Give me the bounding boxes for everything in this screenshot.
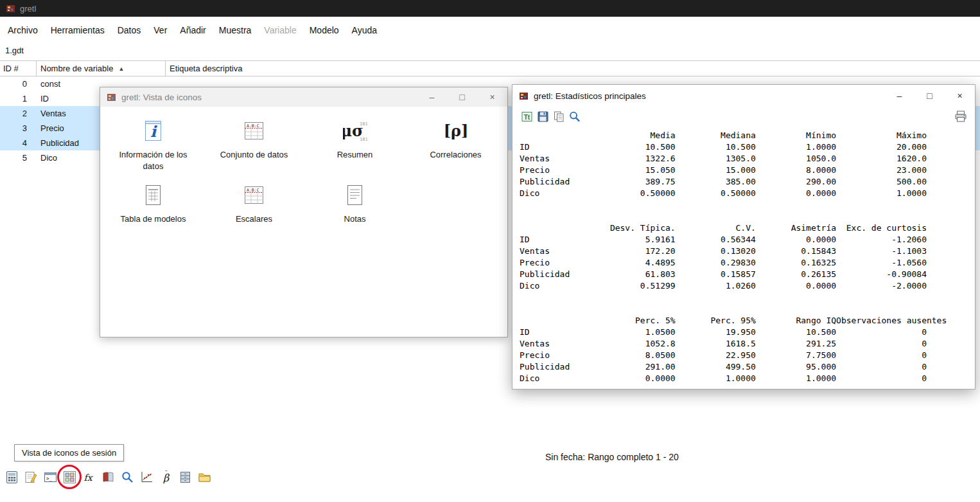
column-header-id[interactable]: ID #: [0, 61, 37, 76]
var-id: 3: [0, 123, 37, 133]
notes-icon: [346, 180, 363, 210]
info-icon: i: [144, 116, 162, 145]
session-icon-escalares[interactable]: A:B:CEscalares: [204, 177, 304, 242]
svg-text:1011: 1011: [360, 137, 367, 141]
copy-icon[interactable]: [552, 110, 565, 123]
svg-text:fx: fx: [83, 472, 93, 482]
annotation-red-circle: [57, 465, 82, 489]
search-database-icon[interactable]: [120, 470, 134, 484]
gretl-icon: [107, 93, 116, 102]
sort-ascending-icon: ▲: [118, 66, 124, 72]
icon-window-titlebar[interactable]: gretl: Vista de iconos – □ ×: [100, 87, 507, 107]
session-icon-tabla-de-modelos[interactable]: Tabla de modelos: [103, 177, 204, 242]
databases-icon[interactable]: [178, 470, 192, 484]
stats-output[interactable]: Media Mediana Mínimo Máximo ID 10.500 10…: [512, 126, 975, 384]
new-script-icon[interactable]: [24, 470, 38, 484]
column-header-label[interactable]: Etiqueta descriptiva: [166, 61, 980, 76]
svg-text:A:B:C: A:B:C: [247, 123, 259, 128]
screen: gretl ArchivoHerramientasDatosVerAñadirM…: [0, 0, 980, 502]
gretl-icon: [519, 91, 529, 101]
main-titlebar[interactable]: gretl: [0, 0, 980, 17]
session-view-tooltip: Vista de iconos de sesión: [14, 444, 124, 462]
session-icon-label: Escalares: [236, 213, 272, 225]
session-icon-notas[interactable]: Notas: [304, 177, 405, 242]
var-id: 5: [0, 153, 37, 163]
session-icon-correlaciones[interactable]: [ρ]Correlaciones: [405, 113, 506, 177]
model-beta-icon[interactable]: βˆ: [159, 470, 173, 484]
column-header-name-text: Nombre de variable: [40, 64, 113, 73]
menu-anadir[interactable]: Añadir: [173, 22, 212, 39]
console-icon[interactable]: >_: [43, 470, 57, 484]
session-icon-label: Resumen: [337, 149, 373, 161]
session-icon-conjunto-de-datos[interactable]: A:B:CConjunto de datos: [204, 113, 304, 177]
reference-book-icon[interactable]: [101, 470, 115, 484]
session-icon-label: Notas: [344, 213, 366, 225]
scatter-plot-icon[interactable]: [139, 470, 153, 484]
stats-window-controls: – □ ×: [884, 85, 975, 107]
svg-text:[ρ]: [ρ]: [444, 121, 468, 140]
close-button[interactable]: ×: [945, 85, 975, 107]
open-data-icon[interactable]: [197, 470, 211, 484]
save-icon[interactable]: [536, 110, 549, 123]
menu-modelo[interactable]: Modelo: [303, 22, 346, 39]
stats-toolbar: Tt: [512, 107, 975, 126]
print-icon[interactable]: [954, 110, 967, 123]
gretl-app-icon: [6, 4, 15, 13]
var-id: 4: [0, 138, 37, 148]
close-button[interactable]: ×: [477, 87, 507, 107]
modeltable-icon: [144, 180, 162, 210]
var-id: 1: [0, 94, 37, 103]
svg-text:>_: >_: [46, 475, 53, 481]
var-id: 0: [0, 79, 37, 89]
session-icon-label: Conjunto de datos: [220, 149, 288, 161]
stats-toolbar-right: [954, 110, 967, 123]
menu-datos[interactable]: Datos: [111, 22, 148, 39]
maximize-button[interactable]: □: [914, 85, 945, 107]
dataset-file-label: 1.gdt: [5, 46, 24, 55]
session-icon-grid: iInformación de los datosA:B:CConjunto d…: [100, 107, 507, 242]
menu-bar: ArchivoHerramientasDatosVerAñadirMuestra…: [1, 22, 383, 39]
minimize-button[interactable]: –: [417, 87, 447, 107]
scalars-icon: A:B:C: [244, 180, 264, 210]
maximize-button[interactable]: □: [447, 87, 477, 107]
menu-variable: Variable: [258, 22, 302, 39]
summary-icon: μσ10111011: [343, 116, 367, 145]
menu-ayuda[interactable]: Ayuda: [346, 22, 383, 39]
session-icon-label: Correlaciones: [430, 149, 481, 161]
session-icon-label: Información de los datos: [118, 149, 189, 172]
find-icon[interactable]: [568, 110, 581, 123]
menu-ver[interactable]: Ver: [147, 22, 173, 39]
svg-text:A:B:C: A:B:C: [247, 187, 259, 192]
status-text: Sin fecha: Rango completo 1 - 20: [545, 452, 679, 462]
menu-muestra[interactable]: Muestra: [213, 22, 258, 39]
variable-table-header: ID # Nombre de variable ▲ Etiqueta descr…: [0, 60, 980, 76]
session-icon-resumen[interactable]: μσ10111011Resumen: [304, 113, 405, 177]
stats-window-titlebar[interactable]: gretl: Estadísticos principales – □ ×: [512, 85, 975, 107]
svg-text:1011: 1011: [360, 121, 367, 127]
session-icon-label: Tabla de modelos: [121, 213, 186, 225]
minimize-button[interactable]: –: [884, 85, 914, 107]
stats-window-title: gretl: Estadísticos principales: [534, 91, 646, 101]
function-packages-icon[interactable]: fx: [82, 470, 96, 484]
icon-view-window: gretl: Vista de iconos – □ × iInformació…: [100, 87, 508, 337]
session-icon-informacion-de-los-datos[interactable]: iInformación de los datos: [103, 113, 204, 177]
svg-text:Tt: Tt: [523, 113, 530, 120]
menu-herramientas[interactable]: Herramientas: [44, 22, 111, 39]
var-id: 2: [0, 109, 37, 118]
icon-window-title: gretl: Vista de iconos: [121, 93, 202, 102]
stats-window: gretl: Estadísticos principales – □ × Tt…: [512, 84, 976, 390]
save-text-icon[interactable]: Tt: [520, 110, 533, 123]
main-window-title: gretl: [20, 4, 36, 13]
menu-archivo[interactable]: Archivo: [1, 22, 44, 39]
dataset-icon: A:B:C: [244, 116, 264, 145]
column-header-name[interactable]: Nombre de variable ▲: [37, 61, 166, 76]
calculator-icon[interactable]: [4, 470, 19, 484]
stats-toolbar-left: Tt: [520, 110, 581, 123]
main-toolbar: >_fxβˆ: [4, 470, 211, 484]
icon-window-controls: – □ ×: [417, 87, 507, 107]
correl-icon: [ρ]: [444, 116, 468, 145]
